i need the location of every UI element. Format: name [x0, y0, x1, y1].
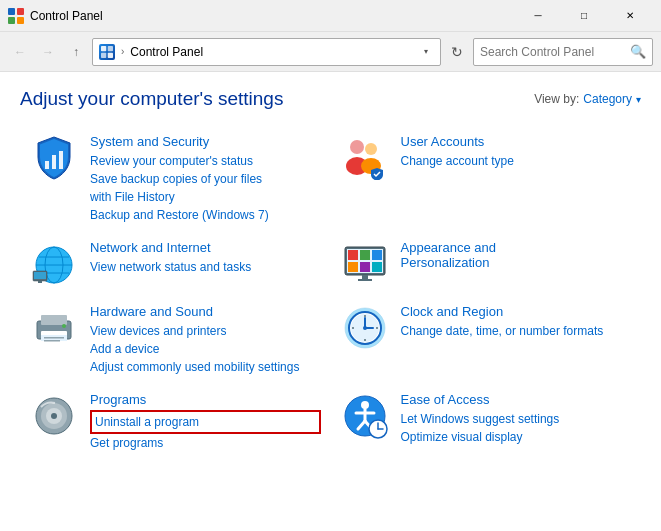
svg-rect-21: [34, 272, 46, 279]
programs-title[interactable]: Programs: [90, 392, 321, 407]
clock-link-1[interactable]: Change date, time, or number formats: [401, 322, 632, 340]
svg-rect-10: [59, 151, 63, 169]
programs-link-get[interactable]: Get programs: [90, 434, 321, 452]
svg-rect-32: [358, 279, 372, 281]
category-item-clock: Clock and Region Change date, time, or n…: [331, 296, 642, 384]
system-security-icon: [30, 134, 78, 182]
svg-point-13: [365, 143, 377, 155]
system-security-link-1[interactable]: Review your computer's status: [90, 152, 321, 170]
system-security-link-2[interactable]: Save backup copies of your fileswith Fil…: [90, 170, 321, 206]
hardware-icon: [30, 304, 78, 352]
svg-rect-5: [108, 46, 113, 51]
user-accounts-title[interactable]: User Accounts: [401, 134, 632, 149]
appearance-text: Appearance andPersonalization: [401, 240, 632, 273]
hardware-text: Hardware and Sound View devices and prin…: [90, 304, 321, 376]
svg-rect-39: [44, 340, 60, 342]
svg-point-11: [350, 140, 364, 154]
svg-point-37: [62, 324, 66, 328]
svg-rect-34: [41, 315, 67, 325]
view-by: View by: Category ▾: [534, 92, 641, 106]
minimize-button[interactable]: ─: [515, 0, 561, 32]
svg-rect-30: [372, 262, 382, 272]
page-title: Adjust your computer's settings: [20, 88, 283, 110]
ease-text: Ease of Access Let Windows suggest setti…: [401, 392, 632, 446]
category-item-ease: Ease of Access Let Windows suggest setti…: [331, 384, 642, 460]
category-item-user-accounts: User Accounts Change account type: [331, 126, 642, 232]
view-by-label: View by:: [534, 92, 579, 106]
user-accounts-link-1[interactable]: Change account type: [401, 152, 632, 170]
programs-link-uninstall[interactable]: Uninstall a program: [90, 410, 321, 434]
address-bar: ← → ↑ › Control Panel ▾ ↻ 🔍: [0, 32, 661, 72]
svg-rect-8: [45, 161, 49, 169]
page-header: Adjust your computer's settings View by:…: [20, 88, 641, 110]
hardware-link-2[interactable]: Add a device: [90, 340, 321, 358]
forward-button[interactable]: →: [36, 40, 60, 64]
user-accounts-icon: [341, 134, 389, 182]
svg-rect-28: [348, 262, 358, 272]
address-text: Control Panel: [130, 45, 414, 59]
app-icon: [8, 8, 24, 24]
category-item-system-security: System and Security Review your computer…: [20, 126, 331, 232]
system-security-text: System and Security Review your computer…: [90, 134, 321, 224]
search-icon[interactable]: 🔍: [630, 44, 646, 59]
network-link-1[interactable]: View network status and tasks: [90, 258, 321, 276]
view-by-value[interactable]: Category: [583, 92, 632, 106]
ease-link-2[interactable]: Optimize visual display: [401, 428, 632, 446]
svg-rect-0: [8, 8, 15, 15]
appearance-icon: [341, 240, 389, 288]
category-item-programs: Programs Uninstall a program Get program…: [20, 384, 331, 460]
svg-rect-27: [372, 250, 382, 260]
user-accounts-text: User Accounts Change account type: [401, 134, 632, 170]
ease-icon: [341, 392, 389, 440]
network-title[interactable]: Network and Internet: [90, 240, 321, 255]
system-security-link-3[interactable]: Backup and Restore (Windows 7): [90, 206, 321, 224]
svg-rect-9: [52, 155, 56, 169]
svg-rect-25: [348, 250, 358, 260]
svg-rect-7: [108, 52, 113, 57]
view-by-chevron-icon[interactable]: ▾: [636, 94, 641, 105]
network-icon: [30, 240, 78, 288]
category-item-appearance: Appearance andPersonalization: [331, 232, 642, 296]
back-button[interactable]: ←: [8, 40, 32, 64]
title-bar: Control Panel ─ □ ✕: [0, 0, 661, 32]
svg-rect-29: [360, 262, 370, 272]
main-content: Adjust your computer's settings View by:…: [0, 72, 661, 531]
svg-rect-38: [44, 337, 64, 339]
search-box: 🔍: [473, 38, 653, 66]
network-text: Network and Internet View network status…: [90, 240, 321, 276]
hardware-title[interactable]: Hardware and Sound: [90, 304, 321, 319]
window-controls: ─ □ ✕: [515, 0, 653, 32]
address-box: › Control Panel ▾: [92, 38, 441, 66]
maximize-button[interactable]: □: [561, 0, 607, 32]
system-security-title[interactable]: System and Security: [90, 134, 321, 149]
svg-point-53: [51, 413, 57, 419]
refresh-button[interactable]: ↻: [445, 38, 469, 66]
clock-icon: [341, 304, 389, 352]
window-title: Control Panel: [30, 9, 515, 23]
categories-grid: System and Security Review your computer…: [20, 126, 641, 460]
programs-text: Programs Uninstall a program Get program…: [90, 392, 321, 452]
svg-rect-31: [362, 275, 368, 279]
clock-title[interactable]: Clock and Region: [401, 304, 632, 319]
category-item-network: Network and Internet View network status…: [20, 232, 331, 296]
hardware-link-1[interactable]: View devices and printers: [90, 322, 321, 340]
appearance-title[interactable]: Appearance andPersonalization: [401, 240, 632, 270]
category-item-hardware: Hardware and Sound View devices and prin…: [20, 296, 331, 384]
search-input[interactable]: [480, 45, 630, 59]
svg-rect-22: [38, 281, 42, 283]
up-button[interactable]: ↑: [64, 40, 88, 64]
close-button[interactable]: ✕: [607, 0, 653, 32]
svg-rect-1: [17, 8, 24, 15]
programs-icon: [30, 392, 78, 440]
svg-rect-3: [17, 17, 24, 24]
hardware-link-3[interactable]: Adjust commonly used mobility settings: [90, 358, 321, 376]
svg-rect-2: [8, 17, 15, 24]
svg-rect-6: [101, 52, 106, 57]
ease-link-1[interactable]: Let Windows suggest settings: [401, 410, 632, 428]
breadcrumb-separator: ›: [121, 46, 124, 57]
ease-title[interactable]: Ease of Access: [401, 392, 632, 407]
svg-rect-26: [360, 250, 370, 260]
address-dropdown-button[interactable]: ▾: [418, 39, 434, 65]
clock-text: Clock and Region Change date, time, or n…: [401, 304, 632, 340]
svg-point-45: [363, 326, 367, 330]
